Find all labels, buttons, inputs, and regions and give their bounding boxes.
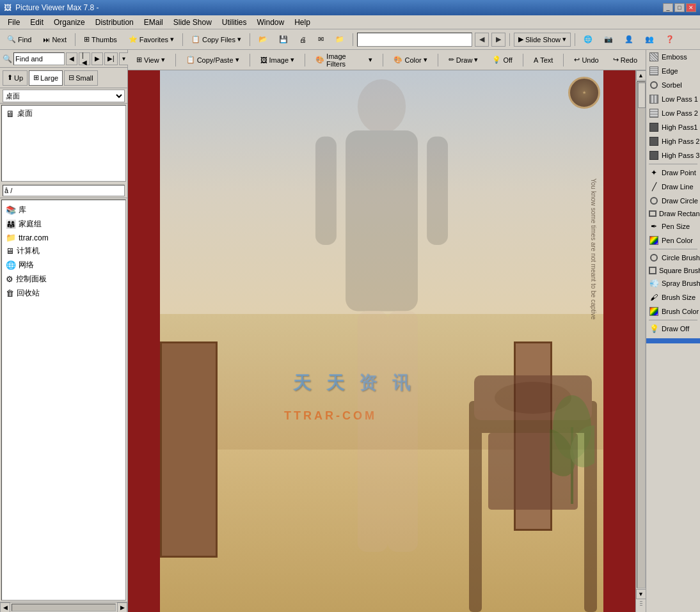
tool-brush-size[interactable]: 🖌 Brush Size [646, 290, 700, 304]
find-nav3[interactable]: ▶| [104, 52, 118, 65]
tool-draw-off[interactable]: 💡 Draw Off [646, 322, 700, 336]
nav-forward-button[interactable]: ▶ [491, 33, 505, 47]
tool-draw-point[interactable]: ✦ Draw Point [646, 166, 700, 180]
square-brush-label: Square Brush [659, 267, 700, 274]
up-button[interactable]: ⬆ Up [3, 70, 28, 86]
draw-button[interactable]: ✏ Draw ▾ [443, 52, 484, 68]
menu-slideshow[interactable]: Slide Show [168, 17, 217, 28]
tool-lp2[interactable]: Low Pass 2 [646, 106, 700, 120]
folder-item-4[interactable]: 🌐 网络 [4, 258, 123, 272]
vscroll-up[interactable]: ▲ [636, 70, 646, 81]
hscroll-right[interactable]: ▶ [117, 602, 127, 613]
tool-draw-line[interactable]: ╱ Draw Line [646, 180, 700, 194]
large-button[interactable]: ⊞ Large [29, 70, 63, 86]
vscroll-down[interactable]: ▼ [636, 589, 646, 599]
find-button[interactable]: 🔍 Find [3, 31, 36, 48]
tool-spray-brush[interactable]: 💨 Spray Brush [646, 276, 700, 290]
find-nav1[interactable]: |◀ [79, 52, 90, 65]
thumbs-button[interactable]: ⊞ Thumbs [79, 31, 122, 48]
color-icon: 🎨 [394, 56, 402, 64]
hscroll-track[interactable] [12, 604, 116, 611]
copy-files-button[interactable]: 📋 Copy Files ▾ [187, 31, 246, 48]
toolbar-btn-5[interactable]: 📁 [331, 31, 349, 48]
menu-window[interactable]: Window [252, 17, 290, 28]
toolbar-btn-4[interactable]: ✉ [314, 31, 328, 48]
folder-item-0[interactable]: 📚 库 [4, 203, 123, 217]
spray-brush-icon: 💨 [649, 278, 659, 288]
right-sep-1 [649, 164, 697, 164]
menu-email[interactable]: EMail [139, 17, 168, 28]
control-panel-icon: ⚙ [6, 274, 13, 284]
slideshow-button[interactable]: ▶ Slide Show ▾ [514, 33, 571, 47]
filters-icon: 🎨 [315, 56, 324, 64]
favorites-icon: ⭐ [129, 35, 138, 43]
tool-hp1[interactable]: High Pass1 [646, 120, 700, 134]
find-prev-btn[interactable]: ◀ [66, 52, 77, 65]
menu-edit[interactable]: Edit [25, 17, 49, 28]
tool-edge[interactable]: Edge [646, 64, 700, 78]
tool-sorbel[interactable]: Sorbel [646, 78, 700, 92]
find-nav2[interactable]: ▶ [91, 52, 103, 65]
toolbar-camera[interactable]: 📷 [600, 31, 617, 48]
tool-hp3[interactable]: High Pass 3 [646, 148, 700, 162]
vscroll-thumb[interactable] [638, 82, 646, 108]
hscroll-left[interactable]: ◀ [0, 602, 10, 613]
toolbar-btn-2[interactable]: 💾 [274, 31, 292, 48]
folder-item-3[interactable]: 🖥 计算机 [4, 244, 123, 258]
redo-button[interactable]: ↪ Redo [607, 52, 643, 68]
maximize-button[interactable]: □ [674, 3, 685, 12]
path-input[interactable] [3, 185, 125, 196]
search-input[interactable] [357, 33, 472, 47]
toolbar-btn-1[interactable]: 📂 [254, 31, 272, 48]
folder-item-5[interactable]: ⚙ 控制面板 [4, 272, 123, 286]
tool-circle-brush[interactable]: Circle Brush [646, 251, 700, 265]
color-button[interactable]: 🎨 Color ▾ [388, 52, 433, 68]
view-icon: ⊞ [136, 56, 142, 64]
folder-item-2[interactable]: 📁 ttrar.com [4, 231, 123, 244]
toolbar-globe[interactable]: 🌐 [579, 31, 597, 48]
tool-lp1[interactable]: Low Pass 1 [646, 92, 700, 106]
small-button[interactable]: ⊟ Small [64, 70, 98, 86]
next-button[interactable]: ⏭ Next [38, 31, 71, 48]
find-nav4[interactable]: ▾ [119, 52, 129, 65]
tool-brush-color[interactable]: Brush Color [646, 304, 700, 318]
vscroll-track[interactable] [637, 81, 646, 588]
plant-silhouette [550, 376, 594, 504]
toolbar-btn-3[interactable]: 🖨 [295, 31, 311, 48]
tool-pen-color[interactable]: Pen Color [646, 233, 700, 247]
menu-utilities[interactable]: Utilities [217, 17, 252, 28]
view-button[interactable]: ⊞ View ▾ [131, 52, 171, 68]
image-filters-button[interactable]: 🎨 Image Filters ▾ [310, 52, 378, 68]
tool-draw-rect[interactable]: Draw Rectangle [646, 208, 700, 219]
folder-item-6[interactable]: 🗑 回收站 [4, 286, 123, 300]
menu-organize[interactable]: Organize [49, 17, 90, 28]
close-button[interactable]: ✕ [686, 3, 696, 12]
find-field[interactable] [13, 52, 65, 65]
tool-pen-size[interactable]: ✒ Pen Size [646, 219, 700, 233]
tool-hp2[interactable]: High Pass 2 [646, 134, 700, 148]
tool-square-brush[interactable]: Square Brush [646, 265, 700, 276]
tool-draw-circle[interactable]: Draw Circle [646, 194, 700, 208]
undo-button[interactable]: ↩ Undo [568, 52, 604, 68]
toolbar-help[interactable]: ❓ [661, 31, 679, 48]
favorites-button[interactable]: ⭐ Favorites ▾ [124, 31, 179, 48]
menu-help[interactable]: Help [289, 17, 315, 28]
folder-select[interactable]: 桌面 [3, 90, 125, 102]
image-button[interactable]: 🖼 Image ▾ [255, 52, 301, 68]
copy-paste-button[interactable]: 📋 Copy/Paste ▾ [180, 52, 245, 68]
lp1-icon [649, 94, 659, 104]
tool-emboss[interactable]: Emboss [646, 50, 700, 64]
menu-distribution[interactable]: Distribution [90, 17, 139, 28]
text-button[interactable]: A Text [528, 52, 559, 68]
folder-item-1[interactable]: 👨‍👩‍👧 家庭组 [4, 217, 123, 231]
minimize-button[interactable]: _ [663, 3, 673, 12]
toolbar-person2[interactable]: 👥 [640, 31, 658, 48]
bulb-icon: 💡 [492, 56, 501, 64]
nav-back-button[interactable]: ◀ [475, 33, 489, 47]
menu-file[interactable]: File [3, 17, 25, 28]
file-item-desktop[interactable]: 🖥 桌面 [3, 107, 124, 120]
toolbar-people[interactable]: 👤 [620, 31, 638, 48]
folder-label-3: 计算机 [17, 246, 40, 256]
folder-label-5: 控制面板 [16, 274, 47, 285]
off-button[interactable]: 💡 Off [486, 52, 518, 68]
